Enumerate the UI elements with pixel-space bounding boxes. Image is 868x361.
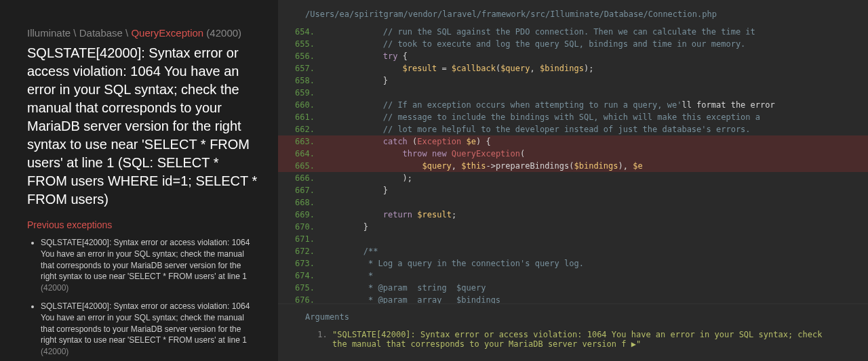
code-block[interactable]: 654. // run the SQL against the PDO conn… xyxy=(278,26,868,303)
exception-class: QueryException xyxy=(131,27,203,39)
line-number: 656. xyxy=(278,50,324,62)
line-number: 675. xyxy=(278,282,324,294)
code-panel: /Users/ea/spiritgram/vendor/laravel/fram… xyxy=(278,0,868,361)
line-content: // message to include the bindings with … xyxy=(324,111,868,123)
list-item[interactable]: "SQLSTATE[42000]: Syntax error or access… xyxy=(332,330,841,349)
line-content: } xyxy=(324,184,868,196)
code-line: 668. xyxy=(278,196,868,209)
code-line: 676. * @param array $bindings xyxy=(278,294,868,303)
code-line: 671. xyxy=(278,233,868,245)
line-content: * @param string $query xyxy=(324,282,868,294)
line-content: throw new QueryException( xyxy=(324,148,868,160)
code-line: 662. // lot more helpful to the develope… xyxy=(278,123,868,135)
line-content: ); xyxy=(324,172,868,184)
namespace-part: Database xyxy=(79,27,123,39)
code-line: 663. catch (Exception $e) { xyxy=(278,135,868,148)
previous-exceptions-list: SQLSTATE[42000]: Syntax error or access … xyxy=(27,237,258,358)
code-line: 675. * @param string $query xyxy=(278,282,868,294)
line-number: 657. xyxy=(278,62,324,75)
line-content: $query, $this->prepareBindings($bindings… xyxy=(324,160,868,172)
code-line: 664. throw new QueryException( xyxy=(278,148,868,160)
list-item[interactable]: SQLSTATE[42000]: Syntax error or access … xyxy=(41,237,258,294)
code-line: 672. /** xyxy=(278,245,868,257)
error-title: SQLSTATE[42000]: Syntax error or access … xyxy=(27,44,258,209)
previous-exceptions-heading: Previous exceptions xyxy=(27,219,258,230)
line-number: 667. xyxy=(278,184,324,196)
line-number: 676. xyxy=(278,294,324,303)
exception-summary-panel: Illuminate \ Database \ QueryException (… xyxy=(0,0,278,361)
breadcrumb: Illuminate \ Database \ QueryException (… xyxy=(27,27,258,39)
line-number: 662. xyxy=(278,123,324,135)
code-line: 670. } xyxy=(278,221,868,233)
list-item[interactable]: SQLSTATE[42000]: Syntax error or access … xyxy=(41,301,258,358)
line-number: 666. xyxy=(278,172,324,184)
line-number: 671. xyxy=(278,233,324,245)
arguments-section: Arguments "SQLSTATE[42000]: Syntax error… xyxy=(278,303,868,361)
line-number: 665. xyxy=(278,160,324,172)
line-content: // If an exception occurs when attemptin… xyxy=(324,99,868,111)
line-number: 670. xyxy=(278,221,324,233)
line-content: // lot more helpful to the developer ins… xyxy=(324,123,868,135)
line-content: // run the SQL against the PDO connectio… xyxy=(324,26,868,38)
line-number: 655. xyxy=(278,38,324,50)
code-line: 654. // run the SQL against the PDO conn… xyxy=(278,26,868,38)
code-line: 655. // took to execute and log the quer… xyxy=(278,38,868,50)
line-number: 673. xyxy=(278,257,324,270)
line-number: 658. xyxy=(278,75,324,87)
line-content: catch (Exception $e) { xyxy=(324,135,868,148)
line-number: 659. xyxy=(278,87,324,99)
code-line: 659. xyxy=(278,87,868,99)
arguments-list: "SQLSTATE[42000]: Syntax error or access… xyxy=(305,330,841,349)
line-content: /** xyxy=(324,245,868,257)
line-content: * xyxy=(324,270,868,282)
code-line: 658. } xyxy=(278,75,868,87)
line-content: } xyxy=(324,75,868,87)
code-line: 656. try { xyxy=(278,50,868,62)
code-line: 657. $result = $callback($query, $bindin… xyxy=(278,62,868,75)
code-line: 661. // message to include the bindings … xyxy=(278,111,868,123)
line-number: 660. xyxy=(278,99,324,111)
code-line: 674. * xyxy=(278,270,868,282)
line-number: 669. xyxy=(278,209,324,221)
line-content xyxy=(324,87,868,99)
line-number: 654. xyxy=(278,26,324,38)
line-number: 668. xyxy=(278,196,324,209)
line-content: * @param array $bindings xyxy=(324,294,868,303)
line-content: return $result; xyxy=(324,209,868,221)
code-line: 673. * Log a query in the connection's q… xyxy=(278,257,868,270)
namespace-part: Illuminate xyxy=(27,27,71,39)
code-line: 665. $query, $this->prepareBindings($bin… xyxy=(278,160,868,172)
line-content: * Log a query in the connection's query … xyxy=(324,257,868,270)
arguments-heading: Arguments xyxy=(305,312,841,322)
line-content: $result = $callback($query, $bindings); xyxy=(324,62,868,75)
code-line: 666. ); xyxy=(278,172,868,184)
line-number: 672. xyxy=(278,245,324,257)
line-content: try { xyxy=(324,50,868,62)
code-line: 669. return $result; xyxy=(278,209,868,221)
line-number: 674. xyxy=(278,270,324,282)
code-line: 660. // If an exception occurs when atte… xyxy=(278,99,868,111)
line-content: // took to execute and log the query SQL… xyxy=(324,38,868,50)
line-content xyxy=(324,233,868,245)
line-content: } xyxy=(324,221,868,233)
code-line: 667. } xyxy=(278,184,868,196)
error-code: (42000) xyxy=(206,27,241,39)
line-number: 664. xyxy=(278,148,324,160)
file-path: /Users/ea/spiritgram/vendor/laravel/fram… xyxy=(278,0,868,26)
line-number: 663. xyxy=(278,135,324,148)
line-content xyxy=(324,196,868,209)
line-number: 661. xyxy=(278,111,324,123)
